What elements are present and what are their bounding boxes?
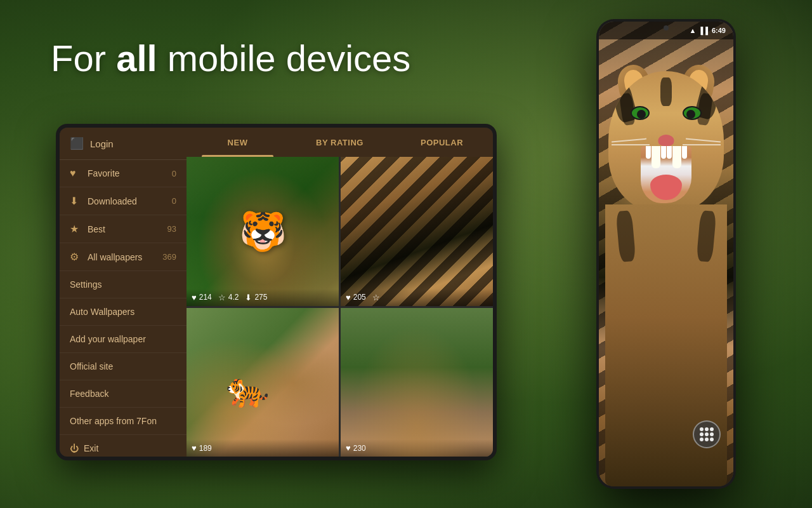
favorite-label: Favorite [88, 168, 166, 178]
wallpaper-grid: ♥ 214 ☆ 4.2 ⬇ 275 [187, 157, 493, 457]
sidebar-item-downloaded[interactable]: ⬇ Downloaded 0 [60, 187, 187, 215]
sidebar-item-all-wallpapers[interactable]: ⚙ All wallpapers 369 [60, 243, 187, 271]
tab-by-rating[interactable]: BY RATING [289, 128, 391, 157]
tab-popular[interactable]: POPULAR [391, 128, 493, 157]
downloaded-count: 0 [172, 196, 176, 206]
best-label: Best [88, 224, 161, 234]
all-wallpapers-label: All wallpapers [88, 252, 156, 262]
sidebar-item-best[interactable]: ★ Best 93 [60, 215, 187, 243]
phone-screen: ▲ ▐▐ 6:49 [599, 22, 733, 486]
headline-bold: all [116, 37, 157, 79]
likes-stat-3: ♥ 189 [192, 443, 212, 453]
downloads-stat-1: ⬇ 275 [245, 293, 267, 302]
tablet-screen: ⬛ Login ♥ Favorite 0 ⬇ Downloaded 0 ★ Be… [60, 128, 493, 457]
download-icon: ⬇ [70, 195, 81, 207]
sidebar-item-exit[interactable]: ⏻ Exit [60, 435, 187, 457]
settings-icon: ⚙ [70, 251, 81, 263]
wallpaper-cell-4[interactable]: ♥ 230 [341, 308, 493, 457]
star-icon: ★ [70, 223, 81, 235]
tablet-device: ⬛ Login ♥ Favorite 0 ⬇ Downloaded 0 ★ Be… [56, 124, 497, 460]
wallpaper-cell-1[interactable]: ♥ 214 ☆ 4.2 ⬇ 275 [187, 157, 339, 306]
headline-suffix: mobile devices [157, 37, 411, 79]
phone-status-bar: ▲ ▐▐ 6:49 [599, 22, 733, 39]
sidebar-item-other-apps[interactable]: Other apps from 7Fon [60, 408, 187, 435]
sidebar-item-add-wallpaper[interactable]: Add your wallpaper [60, 326, 187, 353]
likes-stat-1: ♥ 214 [192, 293, 212, 302]
cell-3-stats: ♥ 189 [187, 439, 339, 457]
likes-stat-4: ♥ 230 [346, 443, 366, 453]
tab-new[interactable]: NEW [187, 128, 289, 157]
download-icon-1: ⬇ [245, 293, 252, 302]
favorite-icon: ♥ [70, 168, 81, 179]
favorite-count: 0 [172, 169, 176, 178]
headline: For all mobile devices [51, 38, 410, 79]
wifi-icon: ▲ [689, 27, 696, 34]
phone-device: ▲ ▐▐ 6:49 [596, 19, 736, 489]
phone-tiger-background [599, 22, 733, 486]
heart-icon-1: ♥ [192, 293, 197, 302]
downloaded-label: Downloaded [88, 196, 166, 206]
phone-status-icons: ▲ ▐▐ [689, 27, 707, 34]
heart-icon-4: ♥ [346, 443, 351, 453]
power-icon: ⏻ [70, 443, 79, 453]
login-icon: ⬛ [70, 137, 84, 150]
signal-icon: ▐▐ [698, 27, 708, 34]
likes-stat-2: ♥ 205 [346, 293, 366, 302]
star-icon-1: ☆ [218, 293, 226, 302]
phone-grid-button[interactable] [693, 420, 721, 448]
cell-2-stats: ♥ 205 ☆ [341, 289, 493, 306]
rating-stat-1: ☆ 4.2 [218, 293, 239, 302]
heart-icon-2: ♥ [346, 293, 351, 302]
login-label: Login [90, 138, 114, 149]
wallpaper-cell-2[interactable]: ♥ 205 ☆ [341, 157, 493, 306]
phone-time: 6:49 [712, 27, 726, 34]
main-content: NEW BY RATING POPULAR ♥ 214 [187, 128, 493, 457]
star-icon-2: ☆ [372, 293, 380, 302]
sidebar-item-auto-wallpapers[interactable]: Auto Wallpapers [60, 298, 187, 326]
sidebar-item-feedback[interactable]: Feedback [60, 380, 187, 408]
headline-prefix: For [51, 37, 116, 79]
rating-stat-2: ☆ [372, 293, 380, 302]
sidebar-login[interactable]: ⬛ Login [60, 128, 187, 160]
tabs-bar: NEW BY RATING POPULAR [187, 128, 493, 157]
cell-1-stats: ♥ 214 ☆ 4.2 ⬇ 275 [187, 289, 339, 306]
heart-icon-3: ♥ [192, 443, 197, 453]
all-wallpapers-count: 369 [162, 252, 176, 262]
cell-4-stats: ♥ 230 [341, 439, 493, 457]
grid-dots-icon [700, 427, 714, 441]
wallpaper-cell-3[interactable]: ♥ 189 [187, 308, 339, 457]
best-count: 93 [167, 224, 176, 234]
sidebar: ⬛ Login ♥ Favorite 0 ⬇ Downloaded 0 ★ Be… [60, 128, 187, 457]
sidebar-item-favorite[interactable]: ♥ Favorite 0 [60, 160, 187, 187]
phone-camera [664, 25, 669, 30]
sidebar-item-official-site[interactable]: Official site [60, 353, 187, 380]
sidebar-item-settings[interactable]: Settings [60, 271, 187, 298]
